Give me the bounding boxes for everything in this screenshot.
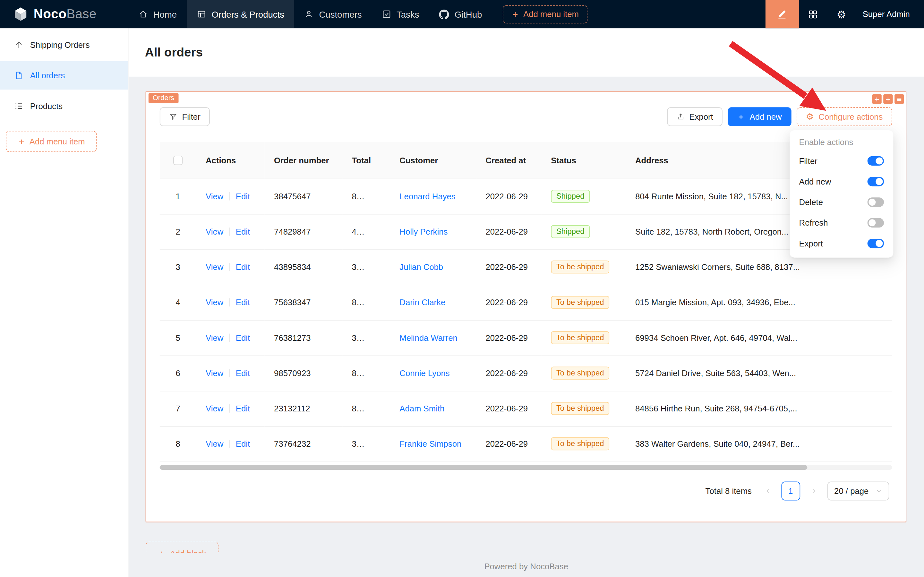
pagination: Total 8 items 1 20 / page — [146, 469, 906, 500]
customer-link[interactable]: Holly Perkins — [399, 227, 448, 236]
settings-button[interactable]: ⚙ — [827, 0, 855, 28]
created-at-cell: 2022-06-29 — [476, 179, 542, 214]
column-header-created-at: Created at — [476, 142, 542, 179]
nav-item-label: Tasks — [396, 9, 419, 19]
edit-link[interactable]: Edit — [236, 333, 250, 342]
table-icon — [197, 9, 206, 19]
nav-item-label: Orders & Products — [211, 9, 284, 19]
customer-link[interactable]: Leonard Hayes — [399, 192, 455, 201]
view-link[interactable]: View — [206, 439, 223, 448]
customer-link[interactable]: Frankie Simpson — [399, 439, 461, 448]
action-divider — [229, 405, 230, 413]
ui-editor-button[interactable] — [766, 0, 799, 28]
export-button[interactable]: Export — [667, 107, 723, 126]
edit-link[interactable]: Edit — [236, 262, 250, 271]
filter-toggle[interactable] — [868, 156, 884, 165]
add-menu-item-button-sidebar[interactable]: Add menu item — [6, 131, 97, 152]
add-block-button[interactable]: Add block — [146, 542, 219, 553]
add-block-above-icon[interactable]: + — [872, 94, 881, 104]
customer-link[interactable]: Melinda Warren — [399, 333, 457, 342]
page-size-select[interactable]: 20 / page — [827, 481, 889, 500]
table-row: 3 ViewEdit 43895834 321.00 Julian Cobb 2… — [160, 249, 892, 285]
edit-link[interactable]: Edit — [236, 192, 250, 201]
edit-link[interactable]: Edit — [236, 404, 250, 413]
refresh-toggle[interactable] — [868, 218, 884, 227]
customer-link[interactable]: Adam Smith — [399, 404, 444, 413]
add-menu-item-button-navbar[interactable]: Add menu item — [503, 5, 588, 23]
customer-cell: Holly Perkins — [390, 214, 476, 249]
add-menu-item-label: Add menu item — [29, 137, 85, 146]
created-at-cell: 2022-06-29 — [476, 356, 542, 391]
view-link[interactable]: View — [206, 262, 223, 271]
customer-link[interactable]: Connie Lyons — [399, 368, 449, 378]
view-link[interactable]: View — [206, 404, 223, 413]
sidebar-item-shipping-orders[interactable]: Shipping Orders — [0, 31, 128, 59]
edit-link[interactable]: Edit — [236, 227, 250, 236]
dropdown-item-label: Refresh — [799, 218, 828, 227]
sidebar-item-label: Shipping Orders — [30, 40, 90, 50]
arrow-up-icon — [14, 40, 23, 50]
brand-name: NocoBase — [34, 6, 97, 22]
sidebar-item-all-orders[interactable]: All orders — [0, 61, 128, 90]
view-link[interactable]: View — [206, 298, 223, 307]
view-link[interactable]: View — [206, 368, 223, 378]
total-cell: 85.34 — [342, 179, 390, 214]
add-new-toggle[interactable] — [868, 177, 884, 186]
prev-page-button[interactable] — [760, 481, 776, 500]
view-link[interactable]: View — [206, 333, 223, 342]
action-divider — [229, 334, 230, 342]
address-cell: 69934 Schoen River, Apt. 646, 49704, Wal… — [626, 320, 892, 355]
delete-toggle[interactable] — [868, 197, 884, 206]
dropdown-item-filter[interactable]: Filter — [792, 150, 891, 171]
address-cell: 383 Walter Gardens, Suite 040, 24947, Be… — [626, 426, 892, 461]
gear-icon: ⚙ — [806, 111, 814, 122]
view-link[interactable]: View — [206, 227, 223, 236]
nav-item-customers[interactable]: Customers — [294, 0, 372, 28]
row-index: 7 — [160, 391, 196, 426]
order-number-cell: 38475647 — [265, 179, 342, 214]
brand-logo[interactable]: NocoBase — [0, 0, 128, 28]
column-header-actions: Actions — [196, 142, 265, 179]
file-icon — [14, 71, 23, 80]
user-menu[interactable]: Super Admin — [856, 9, 924, 19]
dropdown-item-delete[interactable]: Delete — [792, 192, 891, 212]
main-area: All orders Orders + + ≡ Filter — [128, 28, 924, 577]
customer-link[interactable]: Julian Cobb — [399, 262, 443, 271]
edit-link[interactable]: Edit — [236, 368, 250, 378]
dropdown-item-add-new[interactable]: Add new — [792, 171, 891, 192]
customer-cell: Darin Clarke — [390, 285, 476, 320]
edit-link[interactable]: Edit — [236, 298, 250, 307]
add-block-below-icon[interactable]: + — [883, 94, 893, 104]
export-toggle[interactable] — [868, 239, 884, 248]
status-badge: To be shipped — [551, 331, 609, 344]
horizontal-scrollbar-thumb[interactable] — [160, 465, 807, 469]
select-all-checkbox[interactable] — [173, 156, 183, 165]
block-menu-icon[interactable]: ≡ — [895, 94, 904, 104]
row-actions: ViewEdit — [196, 214, 265, 249]
next-page-button[interactable] — [805, 481, 822, 500]
nav-item-label: Home — [153, 9, 177, 19]
nav-item-tasks[interactable]: Tasks — [372, 0, 429, 28]
nav-item-home[interactable]: Home — [128, 0, 187, 28]
filter-funnel-icon — [169, 113, 177, 121]
plus-icon — [512, 10, 519, 18]
dropdown-item-refresh[interactable]: Refresh — [792, 212, 891, 233]
add-new-button[interactable]: Add new — [728, 107, 791, 126]
page-number-button[interactable]: 1 — [781, 481, 800, 500]
view-link[interactable]: View — [206, 192, 223, 201]
nav-item-github[interactable]: GitHub — [429, 0, 492, 28]
nav-item-orders-products[interactable]: Orders & Products — [187, 0, 294, 28]
export-button-label: Export — [689, 112, 713, 121]
status-cell: Shipped — [542, 214, 626, 249]
status-badge: To be shipped — [551, 402, 609, 415]
brand-name-bold: Noco — [34, 6, 67, 21]
edit-link[interactable]: Edit — [236, 439, 250, 448]
plugin-blocks-button[interactable] — [799, 0, 827, 28]
customer-link[interactable]: Darin Clarke — [399, 298, 445, 307]
action-divider — [229, 263, 230, 271]
status-badge: To be shipped — [551, 437, 609, 450]
sidebar-item-products[interactable]: Products — [0, 92, 128, 120]
dropdown-item-export[interactable]: Export — [792, 233, 891, 253]
configure-actions-button[interactable]: ⚙ Configure actions — [797, 107, 892, 126]
filter-button[interactable]: Filter — [160, 107, 210, 126]
